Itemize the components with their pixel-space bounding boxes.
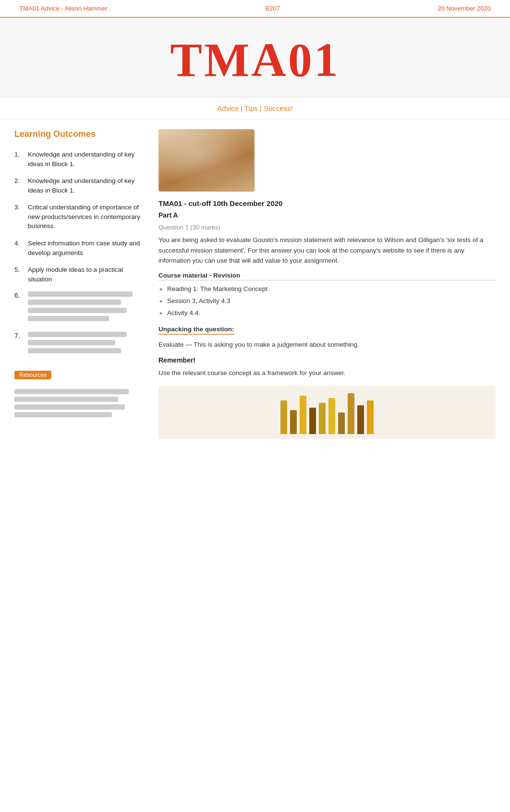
bullet-icon: ✦ [158, 297, 163, 306]
bullet-icon: ✦ [158, 309, 163, 318]
outcomes-list: 1.Knowledge and understanding of key ide… [14, 150, 144, 284]
header-image [158, 129, 255, 192]
chart-bar-9 [367, 400, 374, 434]
question-label: Question 1 (30 marks) [158, 224, 496, 231]
evaluate-text: Evaluate — This is asking you to make a … [158, 339, 496, 350]
outcome-item-1: 1.Knowledge and understanding of key ide… [14, 150, 144, 169]
sidebar-tag: Resources [14, 364, 144, 384]
chart-bar-8 [357, 405, 364, 434]
sidebar-blurred-footer [14, 389, 144, 417]
bullets-list: ✦Reading 1: The Marketing Concept✦Sessio… [158, 284, 496, 318]
blurred-items: 6. 7. [14, 291, 144, 356]
bullet-text: Reading 1: The Marketing Concept [167, 284, 267, 294]
chart-bar-3 [309, 408, 316, 434]
header-left: TMA01 Advice - Alison Hammer [19, 5, 108, 12]
bullet-item-3: ✦Activity 4.4. [158, 308, 496, 318]
header-right: 20 November 2020 [437, 5, 491, 12]
chart-bar-6 [338, 412, 345, 434]
outcome-text: Knowledge and understanding of key ideas… [28, 150, 144, 169]
outcome-num: 2. [14, 176, 23, 195]
chart-bar-4 [319, 403, 326, 434]
bullet-item-2: ✦Session 3, Activity 4.3 [158, 296, 496, 306]
subtitle-bar: Advice | Tips | Success! [0, 97, 510, 120]
remember-text: Use the relevant course concept as a fra… [158, 368, 496, 378]
chart-bar-2 [300, 396, 306, 434]
bullet-text: Session 3, Activity 4.3 [167, 296, 230, 306]
chart-bar-0 [280, 400, 287, 434]
outcome-text: Select information from case study and d… [28, 239, 144, 257]
outcome-item-2: 2.Knowledge and understanding of key ide… [14, 176, 144, 195]
outcome-item-3: 3.Critical understanding of importance o… [14, 203, 144, 231]
bullet-item-1: ✦Reading 1: The Marketing Concept [158, 284, 496, 294]
subtitle-text: Advice | Tips | Success! [217, 104, 293, 112]
header-bar: TMA01 Advice - Alison Hammer B207 20 Nov… [0, 0, 510, 18]
chart-image [158, 386, 496, 439]
bullet-icon: ✦ [158, 285, 163, 294]
outcomes-heading: Learning Outcomes [14, 129, 144, 141]
remember-label: Remember! [158, 356, 496, 364]
left-sidebar: Learning Outcomes 1.Knowledge and unders… [14, 129, 144, 439]
outcome-text: Knowledge and understanding of key ideas… [28, 176, 144, 195]
unpacking-label: Unpacking the question: [158, 326, 234, 335]
title-section: TMA01 [0, 18, 510, 97]
outcome-text: Critical understanding of importance of … [28, 203, 144, 231]
outcome-num: 3. [14, 203, 23, 231]
outcome-num: 1. [14, 150, 23, 169]
chart-bar-1 [290, 410, 297, 434]
outcome-item-4: 4.Select information from case study and… [14, 239, 144, 257]
part-label: Part A [158, 211, 496, 219]
cutoff-text: TMA01 - cut-off 10th December 2020 [158, 199, 496, 207]
page-title: TMA01 [10, 32, 500, 87]
right-main: TMA01 - cut-off 10th December 2020 Part … [158, 129, 496, 439]
outcome-item-5: 5.Apply module ideas to a practical situ… [14, 265, 144, 284]
outcome-num: 4. [14, 239, 23, 257]
chart-bar-7 [348, 393, 354, 434]
question-body: You are being asked to evaluate Gousto's… [158, 235, 496, 266]
bullet-text: Activity 4.4. [167, 308, 200, 318]
course-material-label: Course material - Revision [158, 272, 496, 280]
header-center: B207 [265, 5, 279, 12]
main-content: Learning Outcomes 1.Knowledge and unders… [0, 120, 510, 448]
outcome-num: 5. [14, 265, 23, 284]
outcome-text: Apply module ideas to a practical situat… [28, 265, 144, 284]
chart-bar-5 [328, 398, 335, 434]
